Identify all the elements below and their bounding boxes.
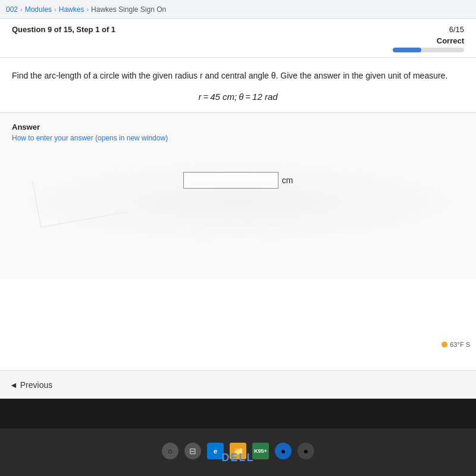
question-body: Find the arc-length of a circle with the… [0, 58, 476, 113]
weather-icon [441, 342, 447, 347]
taskbar-start-icon[interactable]: ○ [162, 443, 178, 459]
formula-text: r [198, 92, 201, 102]
breadcrumb-sep-1: › [20, 6, 23, 13]
answer-label: Answer [12, 123, 464, 131]
progress-section: 6/15 Correct [393, 25, 464, 52]
question-header: Question 9 of 15, Step 1 of 1 6/15 Corre… [0, 19, 476, 58]
breadcrumb-sep-3: › [86, 6, 89, 13]
question-formula: r = 45 cm; θ = 12 rad [12, 92, 464, 102]
progress-bar-fill [393, 48, 421, 52]
breadcrumb: 002 › Modules › Hawkes › Hawkes Single S… [6, 5, 166, 14]
theta-symbol: θ [239, 92, 243, 102]
breadcrumb-sep-2: › [54, 6, 57, 13]
progress-bar-container [393, 48, 464, 52]
bottom-nav: ◄ Previous [0, 370, 476, 399]
dell-logo: DELL [222, 452, 255, 464]
taskbar-dark-icon[interactable]: ● [298, 443, 314, 459]
weather-temp: 63°F S [450, 341, 470, 348]
progress-status: Correct [437, 36, 464, 45]
how-to-link[interactable]: How to enter your answer (opens in new w… [12, 134, 464, 142]
progress-fraction: 6/15 [449, 25, 464, 34]
answer-input[interactable] [183, 172, 278, 189]
taskbar-blue-icon[interactable]: ● [275, 443, 292, 459]
answer-section: Answer How to enter your answer (opens i… [0, 113, 476, 280]
previous-button[interactable]: ◄ Previous [10, 380, 52, 390]
taskbar: ○ ⊟ e 📁 K95+ ● ● DELL [0, 428, 476, 476]
question-text: Find the arc-length of a circle with the… [12, 70, 464, 82]
weather-info: 63°F S [441, 341, 470, 348]
answer-unit: cm [282, 176, 293, 185]
question-label: Question 9 of 15, Step 1 of 1 [12, 25, 115, 34]
taskbar-monitor-icon[interactable]: ⊟ [184, 443, 201, 459]
breadcrumb-part-1[interactable]: 002 [6, 5, 18, 14]
breadcrumb-part-3[interactable]: Hawkes [59, 5, 84, 14]
breadcrumb-current: Hawkes Single Sign On [91, 5, 166, 14]
breadcrumb-part-2[interactable]: Modules [25, 5, 52, 14]
taskbar-counter-icon[interactable]: K95+ [252, 443, 269, 459]
